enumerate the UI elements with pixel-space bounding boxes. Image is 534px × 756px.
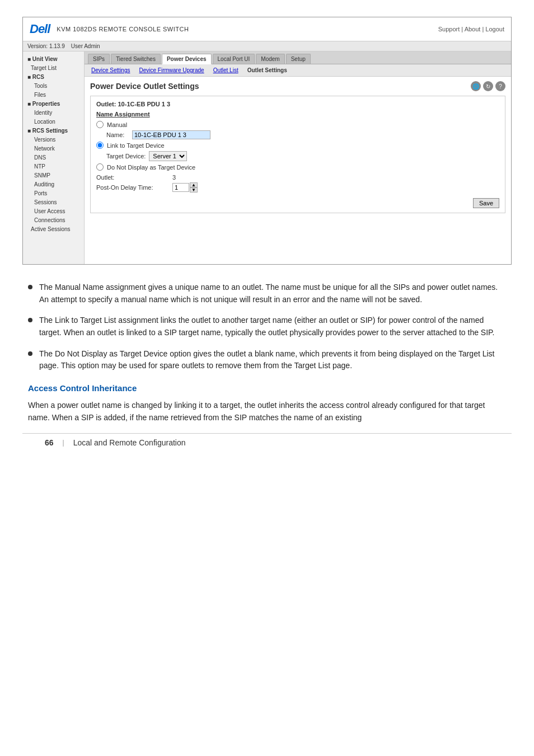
sub-tab-bar: Device Settings Device Firmware Upgrade … xyxy=(85,64,511,77)
outlet-value: 3 xyxy=(172,174,176,181)
outlet-box: Outlet: 10-1C-EB PDU 1 3 Name Assignment… xyxy=(90,96,505,213)
bullet-dot-1 xyxy=(28,285,32,289)
page-title: Power Device Outlet Settings xyxy=(90,82,199,91)
footer-page-number: 66 xyxy=(45,438,54,447)
sidebar-item-properties[interactable]: ■ Properties xyxy=(23,100,84,109)
dell-logo: Dell xyxy=(30,22,50,36)
tab-tiered-switches[interactable]: Tiered Switches xyxy=(111,54,161,64)
spinner-down-button[interactable]: ▼ xyxy=(190,187,198,192)
post-on-spinner: ▲ ▼ xyxy=(172,182,198,192)
refresh-icon[interactable]: ↻ xyxy=(483,81,493,91)
radio-link-label: Link to Target Device xyxy=(107,142,165,149)
content-inner: Power Device Outlet Settings 🌐 ↻ ? Outle… xyxy=(85,77,511,218)
sidebar-item-unit-view[interactable]: ■ Unit View xyxy=(23,55,84,64)
body-text-section: The Manual Name assignment gives a uniqu… xyxy=(22,281,512,424)
sidebar-item-auditing[interactable]: Auditing xyxy=(23,180,84,189)
sub-tab-outlet-settings[interactable]: Outlet Settings xyxy=(244,66,291,74)
sidebar-item-rcs-settings[interactable]: ■ RCS Settings xyxy=(23,126,84,135)
title-icons: 🌐 ↻ ? xyxy=(471,81,505,91)
footer-separator: | xyxy=(63,439,64,447)
radio-no-display-label: Do Not Display as Target Device xyxy=(107,164,195,171)
name-input[interactable] xyxy=(132,130,210,139)
sidebar-item-connections[interactable]: Connections xyxy=(23,216,84,225)
name-assignment-label: Name Assignment xyxy=(96,111,499,118)
bullet-item-3: The Do Not Display as Target Device opti… xyxy=(28,348,506,372)
radio-do-not-display-row: Do Not Display as Target Device xyxy=(96,163,499,171)
radio-manual[interactable] xyxy=(96,121,104,128)
version-text: Version: 1.13.9 xyxy=(27,43,65,49)
globe-icon[interactable]: 🌐 xyxy=(471,81,481,91)
target-device-label: Target Device: xyxy=(106,153,146,159)
radio-group: Manual Name: Link to Target Device xyxy=(96,121,499,171)
tab-setup[interactable]: Setup xyxy=(286,54,311,64)
bullet-list: The Manual Name assignment gives a uniqu… xyxy=(28,281,506,372)
name-row: Name: xyxy=(106,130,499,139)
radio-link[interactable] xyxy=(96,142,104,149)
tab-sips[interactable]: SIPs xyxy=(88,54,110,64)
bullet-item-2: The Link to Target List assignment links… xyxy=(28,314,506,339)
bullet-dot-3 xyxy=(28,351,32,356)
access-control-heading: Access Control Inheritance xyxy=(28,383,506,394)
radio-no-display[interactable] xyxy=(96,163,104,171)
screenshot-box: Dell KVM 1082DS REMOTE CONSOLE SWITCH Su… xyxy=(22,17,512,265)
post-on-label: Post-On Delay Time: xyxy=(96,184,169,191)
sub-tab-outlet-list[interactable]: Outlet List xyxy=(210,66,242,74)
sidebar-item-dns[interactable]: DNS xyxy=(23,153,84,162)
post-on-row: Post-On Delay Time: ▲ ▼ xyxy=(96,182,499,192)
spinner-buttons: ▲ ▼ xyxy=(190,182,198,192)
sidebar-item-sessions[interactable]: Sessions xyxy=(23,198,84,207)
sidebar: ■ Unit View Target List ■ RCS Tools File… xyxy=(23,51,85,264)
outlet-info-label: Outlet: xyxy=(96,174,169,181)
radio-manual-row: Manual xyxy=(96,121,499,128)
tab-power-devices[interactable]: Power Devices xyxy=(162,54,212,64)
sub-tab-device-firmware-upgrade[interactable]: Device Firmware Upgrade xyxy=(135,66,207,74)
post-on-input[interactable] xyxy=(172,183,189,192)
help-icon[interactable]: ? xyxy=(495,81,505,91)
bullet-dot-2 xyxy=(28,318,32,322)
sidebar-item-active-sessions[interactable]: Active Sessions xyxy=(23,225,84,234)
sidebar-item-tools[interactable]: Tools xyxy=(23,82,84,91)
header-links[interactable]: Support | About | Logout xyxy=(438,26,504,32)
outlet-label: Outlet: 10-1C-EB PDU 1 3 xyxy=(96,101,499,107)
sidebar-item-location[interactable]: Location xyxy=(23,118,84,126)
name-field-label: Name: xyxy=(106,132,129,138)
header-logo: Dell KVM 1082DS REMOTE CONSOLE SWITCH xyxy=(30,22,189,36)
version-bar: Version: 1.13.9 User Admin xyxy=(23,41,511,51)
sidebar-item-rcs[interactable]: ■ RCS xyxy=(23,73,84,82)
header-bar: Dell KVM 1082DS REMOTE CONSOLE SWITCH Su… xyxy=(23,17,511,41)
header-title: KVM 1082DS REMOTE CONSOLE SWITCH xyxy=(57,26,189,32)
tab-local-port-ui[interactable]: Local Port UI xyxy=(213,54,255,64)
bullet-item-1: The Manual Name assignment gives a uniqu… xyxy=(28,281,506,306)
sidebar-item-ntp[interactable]: NTP xyxy=(23,162,84,171)
tab-modem[interactable]: Modem xyxy=(256,54,284,64)
sidebar-item-files[interactable]: Files xyxy=(23,91,84,100)
save-button[interactable]: Save xyxy=(473,198,499,208)
sidebar-item-ports[interactable]: Ports xyxy=(23,189,84,198)
bullet-text-3: The Do Not Display as Target Device opti… xyxy=(39,348,506,372)
save-row: Save xyxy=(96,198,499,208)
user-admin-text: User Admin xyxy=(71,43,100,49)
target-device-row: Target Device: Server 1 Server 2 Server … xyxy=(106,151,499,161)
sidebar-item-user-access[interactable]: User Access xyxy=(23,207,84,216)
sidebar-item-network[interactable]: Network xyxy=(23,144,84,153)
main-layout: ■ Unit View Target List ■ RCS Tools File… xyxy=(23,51,511,264)
page-wrapper: Dell KVM 1082DS REMOTE CONSOLE SWITCH Su… xyxy=(0,0,534,474)
footer-title: Local and Remote Configuration xyxy=(73,438,186,447)
sub-tab-device-settings[interactable]: Device Settings xyxy=(88,66,133,74)
outlet-info-row: Outlet: 3 xyxy=(96,174,499,181)
access-control-paragraph: When a power outlet name is changed by l… xyxy=(28,400,506,424)
page-title-row: Power Device Outlet Settings 🌐 ↻ ? xyxy=(90,81,505,91)
sidebar-item-snmp[interactable]: SNMP xyxy=(23,171,84,180)
main-tab-bar: SIPs Tiered Switches Power Devices Local… xyxy=(85,51,511,64)
radio-manual-label: Manual xyxy=(107,121,127,128)
radio-link-row: Link to Target Device xyxy=(96,142,499,149)
sidebar-item-identity[interactable]: Identity xyxy=(23,109,84,118)
bullet-text-2: The Link to Target List assignment links… xyxy=(39,314,506,339)
footer-bar: 66 | Local and Remote Configuration xyxy=(22,433,512,452)
sidebar-item-target-list[interactable]: Target List xyxy=(23,64,84,73)
bullet-text-1: The Manual Name assignment gives a uniqu… xyxy=(39,281,506,306)
sidebar-item-versions[interactable]: Versions xyxy=(23,135,84,144)
spinner-up-button[interactable]: ▲ xyxy=(190,182,198,187)
target-device-select[interactable]: Server 1 Server 2 Server 3 xyxy=(149,151,187,161)
content-area: SIPs Tiered Switches Power Devices Local… xyxy=(85,51,511,264)
